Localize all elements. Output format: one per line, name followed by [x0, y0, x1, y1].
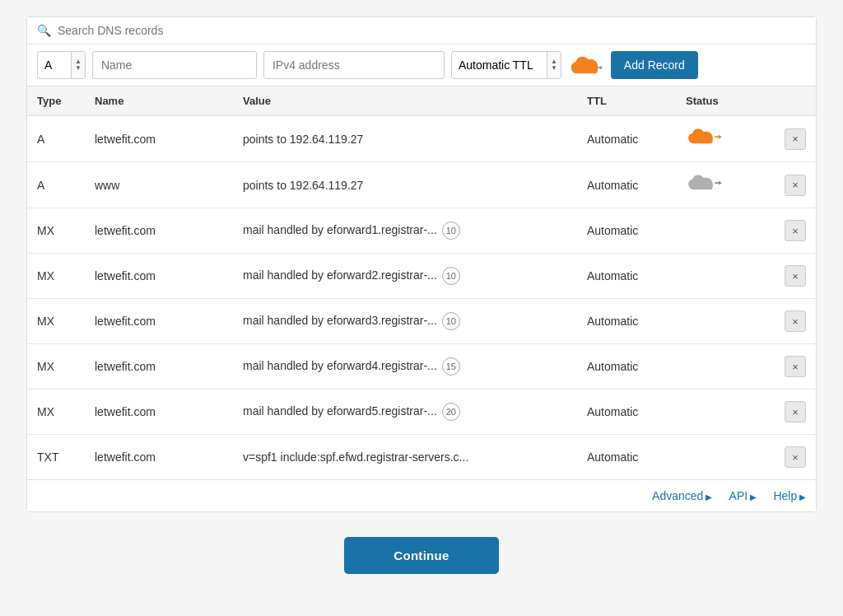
table-header-row: Type Name Value TTL Status: [27, 86, 816, 116]
delete-button[interactable]: ×: [785, 401, 806, 422]
dns-table: Type Name Value TTL Status Aletwefit.com…: [27, 86, 816, 479]
value-text: v=spf1 include:spf.efwd.registrar-server…: [243, 450, 468, 464]
cell-action: ×: [775, 162, 816, 208]
col-header-action: [775, 86, 816, 116]
cell-type: MX: [27, 344, 85, 390]
delete-button[interactable]: ×: [785, 310, 806, 332]
svg-marker-1: [600, 66, 602, 70]
value-text: points to 192.64.119.27: [243, 179, 363, 192]
col-header-type: Type: [27, 86, 85, 116]
col-header-name: Name: [85, 86, 233, 116]
cell-ttl: Automatic: [577, 344, 676, 390]
value-text: mail handled by eforward1.registrar-...: [243, 223, 437, 236]
priority-badge: 10: [442, 222, 460, 240]
dns-records-panel: 🔍 A AAAA CNAME MX TXT NS SRV ▲ ▼ Automat…: [26, 16, 817, 512]
cell-status: [676, 390, 775, 435]
priority-badge: 10: [442, 312, 460, 330]
type-select[interactable]: A AAAA CNAME MX TXT NS SRV: [38, 52, 71, 78]
delete-button[interactable]: ×: [785, 220, 806, 241]
cell-status: [676, 162, 775, 208]
cell-ttl: Automatic: [577, 390, 676, 435]
cell-action: ×: [775, 116, 816, 162]
ttl-select[interactable]: Automatic TTL 2 min 5 min 10 min 15 min …: [452, 52, 547, 78]
cell-action: ×: [775, 344, 816, 390]
cell-name: letwefit.com: [85, 344, 233, 390]
table-row: Aletwefit.compoints to 192.64.119.27Auto…: [27, 116, 816, 162]
cell-name: letwefit.com: [85, 390, 233, 435]
cell-ttl: Automatic: [577, 162, 676, 208]
table-row: MXletwefit.commail handled by eforward3.…: [27, 299, 816, 344]
priority-badge: 20: [442, 403, 460, 421]
delete-button[interactable]: ×: [785, 446, 806, 468]
delete-button[interactable]: ×: [785, 175, 806, 196]
api-link[interactable]: API: [729, 489, 757, 502]
cell-name: letwefit.com: [85, 299, 233, 344]
delete-button[interactable]: ×: [785, 128, 806, 150]
col-header-status: Status: [676, 86, 775, 116]
value-input[interactable]: [263, 51, 445, 79]
name-input[interactable]: [92, 51, 257, 79]
value-text: mail handled by eforward4.registrar-...: [243, 359, 437, 372]
cell-name: letwefit.com: [85, 116, 233, 162]
cell-type: MX: [27, 390, 85, 435]
cell-ttl: Automatic: [577, 116, 676, 162]
search-bar: 🔍: [27, 17, 816, 44]
value-text: mail handled by eforward5.registrar-...: [243, 404, 437, 418]
cell-name: letwefit.com: [85, 435, 233, 480]
cell-action: ×: [775, 254, 816, 299]
value-text: points to 192.64.119.27: [243, 133, 363, 146]
grey-cloud-icon: [686, 174, 725, 194]
cell-type: A: [27, 162, 85, 208]
col-header-value: Value: [233, 86, 577, 116]
cell-value: mail handled by eforward2.registrar-...1…: [233, 254, 577, 299]
cell-type: MX: [27, 299, 85, 344]
cell-status: [676, 435, 775, 480]
cell-ttl: Automatic: [577, 254, 676, 299]
cell-type: TXT: [27, 435, 85, 480]
cell-action: ×: [775, 435, 816, 480]
ttl-arrow-down: ▼: [551, 65, 557, 72]
cell-type: MX: [27, 254, 85, 299]
cell-name: letwefit.com: [85, 208, 233, 254]
add-record-row: A AAAA CNAME MX TXT NS SRV ▲ ▼ Automatic…: [27, 44, 816, 86]
help-link[interactable]: Help: [773, 489, 806, 502]
priority-badge: 10: [442, 267, 460, 285]
cell-status: [676, 344, 775, 390]
col-header-ttl: TTL: [577, 86, 676, 116]
cell-ttl: Automatic: [577, 299, 676, 344]
cell-name: letwefit.com: [85, 254, 233, 299]
search-icon: 🔍: [37, 24, 51, 37]
add-record-button[interactable]: Add Record: [611, 51, 698, 79]
svg-marker-5: [719, 181, 722, 185]
continue-wrapper: Continue: [344, 537, 498, 574]
table-row: MXletwefit.commail handled by eforward2.…: [27, 254, 816, 299]
ttl-select-wrapper[interactable]: Automatic TTL 2 min 5 min 10 min 15 min …: [451, 51, 561, 79]
cell-ttl: Automatic: [577, 208, 676, 254]
cell-type: A: [27, 116, 85, 162]
ttl-arrows[interactable]: ▲ ▼: [547, 52, 561, 78]
cell-value: mail handled by eforward5.registrar-...2…: [233, 390, 577, 435]
cell-action: ×: [775, 208, 816, 254]
search-input[interactable]: [58, 24, 806, 37]
type-select-wrapper[interactable]: A AAAA CNAME MX TXT NS SRV ▲ ▼: [37, 51, 86, 79]
value-text: mail handled by eforward2.registrar-...: [243, 268, 437, 282]
footer-row: Advanced API Help: [27, 479, 816, 511]
cell-value: mail handled by eforward1.registrar-...1…: [233, 208, 577, 254]
cell-name: www: [85, 162, 233, 208]
advanced-link[interactable]: Advanced: [652, 489, 712, 502]
continue-button[interactable]: Continue: [344, 537, 498, 574]
delete-button[interactable]: ×: [785, 265, 806, 287]
type-arrows[interactable]: ▲ ▼: [71, 52, 85, 78]
table-row: TXTletwefit.comv=spf1 include:spf.efwd.r…: [27, 435, 816, 480]
cell-action: ×: [775, 299, 816, 344]
cell-action: ×: [775, 390, 816, 435]
table-row: MXletwefit.commail handled by eforward4.…: [27, 344, 816, 390]
cell-value: points to 192.64.119.27: [233, 116, 577, 162]
table-row: MXletwefit.commail handled by eforward1.…: [27, 208, 816, 254]
cell-type: MX: [27, 208, 85, 254]
proxy-toggle-button[interactable]: [568, 51, 604, 79]
cell-value: v=spf1 include:spf.efwd.registrar-server…: [233, 435, 577, 480]
table-row: MXletwefit.commail handled by eforward5.…: [27, 390, 816, 435]
proxied-cloud-icon: [686, 128, 725, 147]
delete-button[interactable]: ×: [785, 356, 806, 377]
